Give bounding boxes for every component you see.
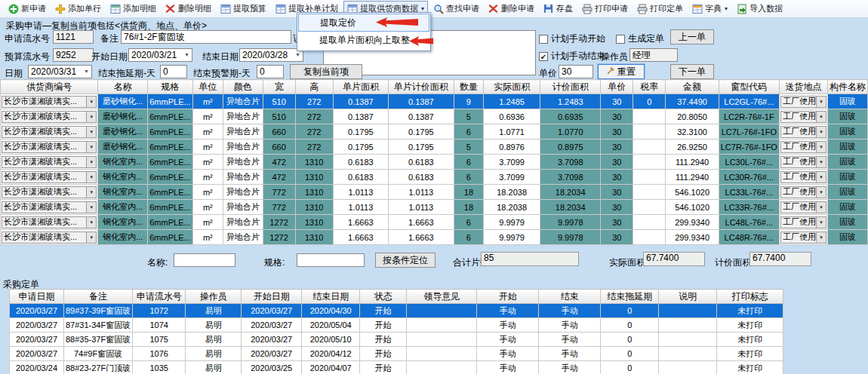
cell[interactable]: 6mmPLE... bbox=[148, 109, 192, 124]
copy-current-button[interactable]: 复制当前项 bbox=[290, 64, 362, 79]
cell[interactable]: 30 bbox=[601, 124, 633, 139]
cell[interactable]: 异地合片 bbox=[223, 200, 263, 215]
cell[interactable]: 固玻 bbox=[827, 215, 867, 230]
cell[interactable]: 开始 bbox=[360, 347, 407, 361]
cell[interactable]: 0.6183 bbox=[388, 170, 454, 185]
cell[interactable]: 2020/03/27 bbox=[10, 304, 64, 318]
cell[interactable]: 长沙市潇湘玻璃实...▼ bbox=[1, 94, 98, 109]
date-select[interactable]: 2020/03/31▼ bbox=[28, 65, 92, 78]
cell[interactable]: 异地合片 bbox=[223, 215, 263, 230]
cell[interactable]: 1.0770 bbox=[540, 124, 601, 139]
cell[interactable]: 易明 bbox=[186, 304, 242, 318]
cell[interactable] bbox=[659, 318, 717, 333]
cell[interactable] bbox=[659, 304, 717, 318]
cell[interactable]: 磨砂钢化... bbox=[98, 109, 148, 124]
start-date-select[interactable]: 2020/03/21▼ bbox=[128, 48, 192, 62]
chevron-down-icon[interactable]: ▼ bbox=[816, 232, 826, 243]
cell[interactable]: 0.6936 bbox=[484, 109, 540, 124]
cell[interactable]: 固玻 bbox=[827, 200, 867, 215]
column-header[interactable]: 金额 bbox=[666, 80, 719, 94]
cell[interactable]: 工厂使用▼ bbox=[779, 124, 827, 139]
cell[interactable]: 6mmPLE... bbox=[148, 170, 192, 185]
cell[interactable]: 2020/03/25 bbox=[242, 361, 302, 374]
column-header[interactable]: 结束 bbox=[539, 290, 601, 304]
previous-order-button[interactable]: 上一单 bbox=[670, 29, 714, 44]
cell[interactable]: 1.6663 bbox=[388, 215, 454, 230]
cell[interactable]: LC33R-76#... bbox=[719, 200, 779, 215]
table-row[interactable]: 长沙市潇湘玻璃实...▼磨砂钢化...6mmPLE...m²异地合片660272… bbox=[1, 124, 868, 139]
cell[interactable]: 26.9250 bbox=[666, 139, 719, 155]
table-row[interactable]: 长沙市潇湘玻璃实...▼磨砂钢化...6mmPLE...m²异地合片660272… bbox=[1, 139, 868, 155]
cell[interactable]: 手动 bbox=[477, 347, 539, 361]
cell[interactable]: 772 bbox=[263, 200, 295, 215]
column-header[interactable]: 颜色 bbox=[223, 80, 263, 94]
cell[interactable]: 磨砂钢化... bbox=[98, 139, 148, 155]
column-header[interactable]: 税率 bbox=[633, 80, 666, 94]
cell[interactable]: 开始 bbox=[360, 333, 407, 347]
cell[interactable]: 1.2483 bbox=[540, 94, 601, 109]
cell[interactable]: 88#23-27F门顶玻 bbox=[64, 361, 133, 374]
column-header[interactable]: 宽 bbox=[263, 80, 295, 94]
cell[interactable]: 30 bbox=[601, 94, 633, 109]
cell[interactable]: 0.1795 bbox=[388, 124, 454, 139]
chevron-down-icon[interactable]: ▼ bbox=[816, 112, 826, 122]
cell[interactable]: 2020/03/27 bbox=[242, 304, 302, 318]
cell[interactable]: 510 bbox=[263, 109, 295, 124]
cell[interactable]: 6mmPLE... bbox=[148, 230, 192, 245]
cell[interactable]: 18.2034 bbox=[540, 200, 601, 215]
cell[interactable]: 3.7099 bbox=[484, 170, 540, 185]
cell[interactable]: 未打印 bbox=[717, 304, 783, 318]
cell[interactable]: 546.1020 bbox=[666, 185, 719, 200]
delete-detail-button[interactable]: 删除明细 bbox=[162, 1, 215, 17]
cell[interactable]: 0 bbox=[601, 304, 659, 318]
cell[interactable]: 546.1020 bbox=[666, 200, 719, 215]
cell[interactable]: 长沙市潇湘玻璃实...▼ bbox=[1, 155, 98, 170]
manual-end-checkbox[interactable]: ✔计划手动结束 bbox=[539, 50, 605, 63]
cell[interactable]: 6mmPLE... bbox=[148, 200, 192, 215]
column-header[interactable]: 开始 bbox=[477, 290, 539, 304]
extract-budget-button[interactable]: 提取预算 bbox=[217, 1, 270, 17]
cell[interactable]: 30 bbox=[601, 139, 633, 155]
cell[interactable]: 772 bbox=[263, 185, 295, 200]
table-row[interactable]: 2020/03/2488#23-27F门顶玻1035易明2020/03/2520… bbox=[10, 361, 783, 374]
cell[interactable]: m² bbox=[192, 215, 223, 230]
cell[interactable]: 18.2038 bbox=[484, 200, 540, 215]
cell[interactable]: 18 bbox=[454, 200, 484, 215]
cell[interactable]: 30 bbox=[601, 215, 633, 230]
cell[interactable]: 工厂使用▼ bbox=[779, 230, 827, 245]
cell[interactable]: 32.3100 bbox=[666, 124, 719, 139]
cell[interactable]: 5 bbox=[454, 139, 484, 155]
import-data-button[interactable]: 导入数据 bbox=[733, 1, 786, 17]
cell[interactable]: 2020/05/04 bbox=[302, 318, 360, 333]
chevron-down-icon[interactable]: ▼ bbox=[816, 217, 826, 228]
cell[interactable]: 0.1387 bbox=[388, 109, 454, 124]
cell[interactable]: 异地合片 bbox=[223, 124, 263, 139]
cell[interactable]: 手动 bbox=[477, 361, 539, 374]
column-header[interactable]: 规格 bbox=[148, 80, 192, 94]
cell[interactable]: 2020/03/27 bbox=[10, 318, 64, 333]
cell[interactable]: 手动 bbox=[477, 304, 539, 318]
cell[interactable] bbox=[633, 155, 666, 170]
cell[interactable]: 272 bbox=[295, 109, 333, 124]
cell[interactable]: 固玻 bbox=[827, 155, 867, 170]
cell[interactable]: 工厂使用▼ bbox=[779, 170, 827, 185]
cell[interactable] bbox=[633, 170, 666, 185]
cell[interactable]: 1.0113 bbox=[333, 185, 388, 200]
cell[interactable]: 钢化室内... bbox=[98, 155, 148, 170]
table-row[interactable]: 长沙市潇湘玻璃实...▼磨砂钢化...6mmPLE...m²异地合片510272… bbox=[1, 109, 868, 124]
cell[interactable]: 异地合片 bbox=[223, 109, 263, 124]
cell[interactable]: 手动 bbox=[539, 304, 601, 318]
cell[interactable]: 272 bbox=[295, 139, 333, 155]
cell[interactable]: 开始 bbox=[360, 304, 407, 318]
cell[interactable]: 易明 bbox=[186, 361, 242, 374]
cell[interactable]: 长沙市潇湘玻璃实...▼ bbox=[1, 109, 98, 124]
cell[interactable]: m² bbox=[192, 155, 223, 170]
chevron-down-icon[interactable]: ▼ bbox=[86, 97, 96, 107]
cell[interactable]: 固玻 bbox=[827, 109, 867, 124]
cell[interactable]: 0 bbox=[601, 318, 659, 333]
cell[interactable]: 钢化室内... bbox=[98, 215, 148, 230]
chevron-down-icon[interactable]: ▼ bbox=[86, 187, 96, 198]
cell[interactable]: 工厂使用▼ bbox=[779, 185, 827, 200]
cell[interactable]: 2020/03/24 bbox=[10, 361, 64, 374]
cell[interactable]: LC30R-76#... bbox=[719, 170, 779, 185]
